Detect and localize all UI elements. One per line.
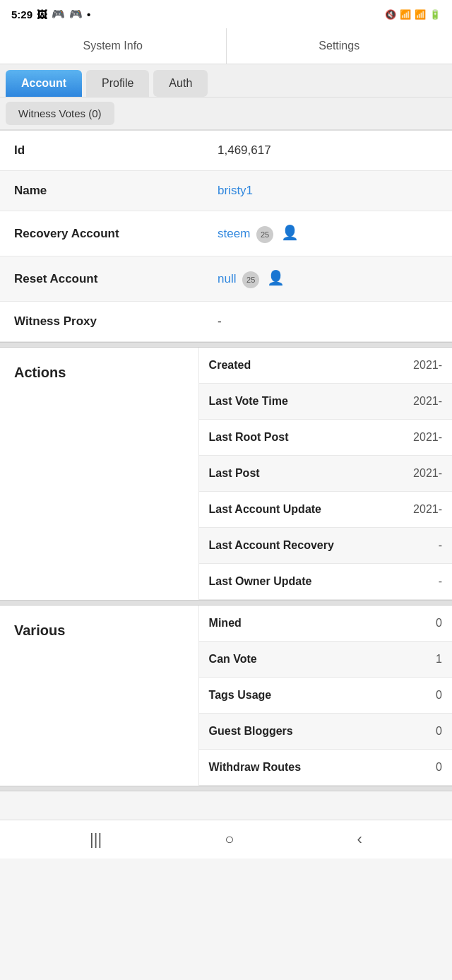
various-label-can-vote: Can Vote <box>199 642 405 678</box>
field-label-id: Id <box>0 131 203 171</box>
field-label-recovery: Recovery Account <box>0 211 203 256</box>
mute-icon: 🔇 <box>385 9 396 20</box>
battery-icon: 🔋 <box>429 9 441 20</box>
action-value-last-root: 2021- <box>388 420 452 456</box>
field-value-id: 1,469,617 <box>203 131 452 171</box>
status-icon-game1: 🎮 <box>52 8 65 20</box>
various-label-withdraw: Withdraw Routes <box>199 750 405 786</box>
bottom-nav-bar: ||| ○ ‹ <box>0 820 452 858</box>
action-label-created: Created <box>199 348 388 384</box>
table-row: Can Vote 1 <box>199 642 452 678</box>
table-row: Last Account Recovery - <box>199 528 452 564</box>
tab-auth[interactable]: Auth <box>153 70 208 97</box>
table-row: Mined 0 <box>199 606 452 642</box>
table-row: Witness Proxy - <box>0 302 452 342</box>
recovery-avatar-icon: 👤 <box>281 224 299 241</box>
various-value-tags: 0 <box>404 678 452 714</box>
recent-apps-button[interactable]: ||| <box>90 830 102 849</box>
table-row: Id 1,469,617 <box>0 131 452 171</box>
various-sub-table: Mined 0 Can Vote 1 Tags Usage 0 Guest Bl… <box>199 606 452 786</box>
various-section: Various Mined 0 Can Vote 1 Tags Usage 0 … <box>0 606 452 786</box>
section-divider-2 <box>0 600 452 606</box>
tab-account[interactable]: Account <box>6 70 82 97</box>
status-time: 5:29 <box>11 8 32 20</box>
table-row: Name bristy1 <box>0 171 452 211</box>
various-value-guest: 0 <box>404 714 452 750</box>
home-button[interactable]: ○ <box>225 830 234 849</box>
various-value-withdraw: 0 <box>404 750 452 786</box>
table-row: Last Account Update 2021- <box>199 492 452 528</box>
status-time-area: 5:29 🖼 🎮 🎮 • <box>11 8 90 20</box>
action-value-last-update: 2021- <box>388 492 452 528</box>
table-row: Last Owner Update - <box>199 564 452 600</box>
various-label-tags: Tags Usage <box>199 678 405 714</box>
status-bar: 5:29 🖼 🎮 🎮 • 🔇 📶 📶 🔋 <box>0 0 452 28</box>
field-label-reset: Reset Account <box>0 256 203 302</box>
section-tab-bar-row2: Witness Votes (0) <box>0 98 452 131</box>
status-icon-camera: 🖼 <box>37 8 47 20</box>
various-label-mined: Mined <box>199 606 405 642</box>
recovery-badge: 25 <box>256 226 273 243</box>
table-row: Last Post 2021- <box>199 456 452 492</box>
various-value-can-vote: 1 <box>404 642 452 678</box>
wifi-icon: 📶 <box>400 9 411 20</box>
reset-avatar-icon: 👤 <box>267 269 285 286</box>
status-dot: • <box>87 8 90 20</box>
various-label-guest: Guest Bloggers <box>199 714 405 750</box>
table-row: Withdraw Routes 0 <box>199 750 452 786</box>
section-divider <box>0 342 452 348</box>
tab-system-info[interactable]: System Info <box>0 28 227 64</box>
table-row: Created 2021- <box>199 348 452 384</box>
field-label-name: Name <box>0 171 203 211</box>
field-value-recovery: steem 25 👤 <box>203 211 452 256</box>
table-row: Guest Bloggers 0 <box>199 714 452 750</box>
field-value-witness-proxy: - <box>203 302 452 342</box>
tab-witness-votes[interactable]: Witness Votes (0) <box>6 102 114 125</box>
table-row: Recovery Account steem 25 👤 <box>0 211 452 256</box>
table-row: Last Root Post 2021- <box>199 420 452 456</box>
action-label-last-root: Last Root Post <box>199 420 388 456</box>
status-icon-game2: 🎮 <box>69 8 83 20</box>
section-tab-bar: Account Profile Auth <box>0 64 452 98</box>
action-label-last-recovery: Last Account Recovery <box>199 528 388 564</box>
back-button[interactable]: ‹ <box>357 830 362 849</box>
actions-label: Actions <box>0 348 199 600</box>
actions-sub-table: Created 2021- Last Vote Time 2021- Last … <box>199 348 452 600</box>
actions-section: Actions Created 2021- Last Vote Time 202… <box>0 348 452 600</box>
action-value-last-vote: 2021- <box>388 384 452 420</box>
action-label-last-owner: Last Owner Update <box>199 564 388 600</box>
reset-badge: 25 <box>242 271 259 288</box>
field-label-witness-proxy: Witness Proxy <box>0 302 203 342</box>
table-row: Last Vote Time 2021- <box>199 384 452 420</box>
status-right-icons: 🔇 📶 📶 🔋 <box>385 9 441 20</box>
action-value-created: 2021- <box>388 348 452 384</box>
tab-settings[interactable]: Settings <box>227 28 453 64</box>
various-label: Various <box>0 606 199 786</box>
signal-icon: 📶 <box>415 9 426 20</box>
section-divider-3 <box>0 786 452 791</box>
table-row: Tags Usage 0 <box>199 678 452 714</box>
action-value-last-owner: - <box>388 564 452 600</box>
account-fields-table: Id 1,469,617 Name bristy1 Recovery Accou… <box>0 131 452 342</box>
table-row: Reset Account null 25 👤 <box>0 256 452 302</box>
field-value-name: bristy1 <box>203 171 452 211</box>
various-value-mined: 0 <box>404 606 452 642</box>
action-value-last-post: 2021- <box>388 456 452 492</box>
action-label-last-update: Last Account Update <box>199 492 388 528</box>
action-label-last-post: Last Post <box>199 456 388 492</box>
action-value-last-recovery: - <box>388 528 452 564</box>
action-label-last-vote: Last Vote Time <box>199 384 388 420</box>
tab-profile[interactable]: Profile <box>86 70 149 97</box>
field-value-reset: null 25 👤 <box>203 256 452 302</box>
top-tab-bar: System Info Settings <box>0 28 452 64</box>
